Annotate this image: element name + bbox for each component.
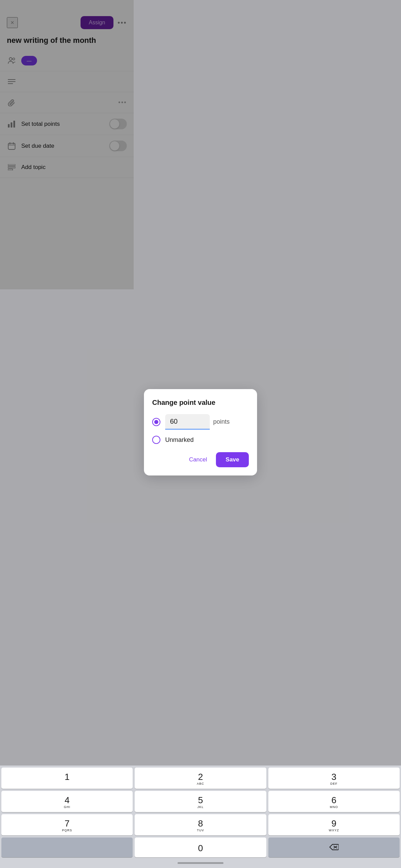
modal-overlay[interactable] [0, 0, 134, 289]
